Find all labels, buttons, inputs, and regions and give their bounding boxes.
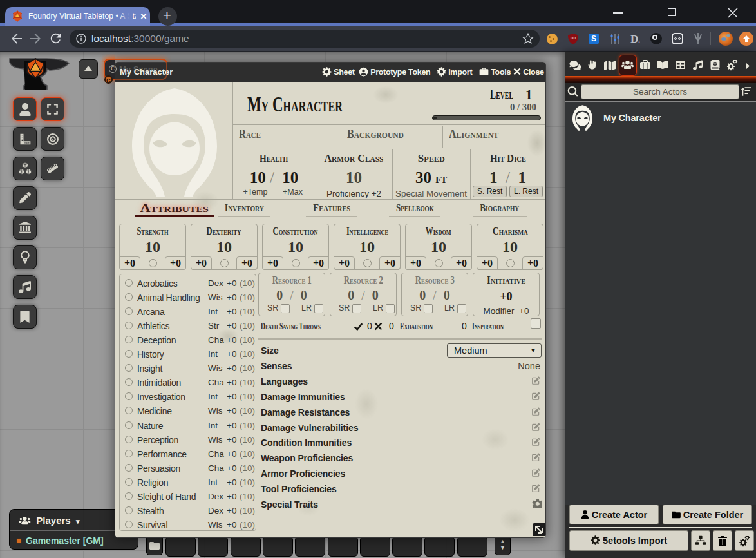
svg-text:uO: uO [571,36,576,40]
